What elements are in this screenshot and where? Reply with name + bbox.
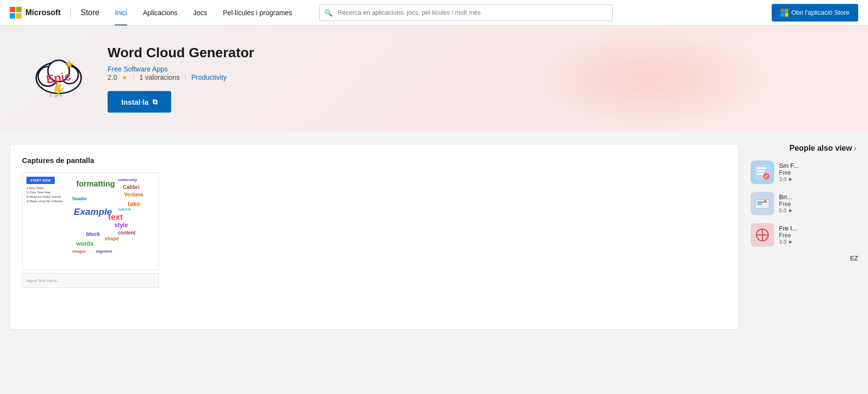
brand-name: Microsoft	[25, 8, 61, 17]
svg-point-7	[49, 94, 52, 97]
open-store-button[interactable]: Obri l'aplicació Store	[772, 4, 858, 22]
sidebar-app-rating-3: 3.0 ★	[779, 239, 858, 245]
sidebar-app-free-1: Free	[779, 169, 858, 176]
wc-word: content	[118, 230, 135, 236]
svg-text:✓: ✓	[764, 174, 768, 179]
rating-count: 1 valoracions	[139, 73, 180, 81]
app-icon-wrap: Epic	[29, 49, 88, 108]
sidebar-app-icon-svg-2	[754, 195, 771, 212]
wc-word: style	[114, 222, 128, 230]
sidebar-app-icon-svg-3	[754, 226, 771, 244]
wc-word: words	[76, 240, 93, 248]
people-also-view-header: People also view ›	[751, 144, 858, 153]
wc-word: natural	[118, 207, 131, 212]
microsoft-logo	[10, 7, 22, 19]
wc-word: shape	[105, 235, 119, 242]
wc-word: uniformity	[118, 178, 137, 183]
nav-links: Inici Aplicacions Jocs Pel·lícules i pro…	[107, 0, 300, 25]
sidebar: People also view › ✓ Sm F... Free 3.0 ★	[751, 144, 858, 270]
sidebar-app-name-4: EZ	[751, 255, 858, 262]
sidebar-app-item-3[interactable]: Fre I... Free 3.0 ★	[751, 223, 858, 247]
logo-separator	[70, 8, 71, 18]
app-title: Word Cloud Generator	[108, 45, 839, 61]
sidebar-app-icon-svg-1: ✓	[754, 163, 771, 181]
search-icon: 🔍	[324, 9, 333, 17]
search-input[interactable]	[319, 4, 613, 21]
sidebar-app-info-2: Bri... Free 5.0 ★	[779, 193, 858, 214]
start-now-btn-mock: START NOW	[26, 177, 55, 184]
sidebar-app-name-3: Fre I...	[779, 225, 858, 232]
svg-point-9	[59, 94, 62, 97]
svg-rect-19	[757, 204, 762, 205]
sidebar-app-item-4[interactable]: EZ	[751, 255, 858, 262]
sidebar-app-item-2[interactable]: Bri... Free 5.0 ★	[751, 192, 858, 215]
nav-inici[interactable]: Inici	[107, 0, 135, 25]
sidebar-app-free-3: Free	[779, 232, 858, 239]
hero-info: Word Cloud Generator Free Software Apps …	[108, 45, 839, 113]
wc-word: text	[108, 212, 123, 223]
sidebar-app-item-1[interactable]: ✓ Sm F... Free 3.0 ★	[751, 161, 858, 184]
wc-word: Verdana	[124, 191, 143, 198]
logo-area: Microsoft Store	[10, 7, 99, 19]
sidebar-app-icon-1: ✓	[751, 161, 774, 184]
app-category-link[interactable]: Productivity	[191, 73, 226, 81]
header: Microsoft Store Inici Aplicacions Jocs P…	[0, 0, 868, 25]
svg-rect-12	[757, 170, 764, 172]
sidebar-app-info-1: Sm F... Free 3.0 ★	[779, 162, 858, 183]
content-area: Captures de pantalla START NOW 3 Easy St…	[10, 144, 739, 330]
external-link-icon: ⧉	[153, 98, 157, 106]
search-bar: 🔍	[319, 4, 613, 21]
svg-point-8	[54, 95, 57, 98]
wc-word: Calibri	[123, 184, 139, 190]
people-also-view-title: People also view	[789, 144, 852, 153]
hero-meta: 2.0 ★ | 1 valoracions | Productivity	[108, 73, 839, 81]
wc-word: images	[72, 249, 86, 254]
sidebar-app-rating-1: 3.0 ★	[779, 176, 858, 183]
nav-pellicules[interactable]: Pel·lícules i programes	[215, 0, 300, 25]
word-cloud-preview: START NOW 3 Easy Steps: 1) Click 'Start …	[22, 173, 158, 270]
word-cloud-words: formatting uniformity Calibri Verdana Ex…	[71, 177, 155, 267]
open-store-label: Obri l'aplicació Store	[791, 9, 849, 16]
wc-word: alignment	[96, 249, 112, 254]
svg-rect-11	[757, 167, 766, 169]
screenshot-placeholder: Alguel Text Tasca...	[26, 278, 60, 283]
people-also-view-chevron[interactable]: ›	[854, 144, 856, 152]
rating-number: 2.0	[108, 73, 117, 81]
sidebar-app-info-4: EZ	[751, 255, 858, 262]
screenshot-text-input-mock: Alguel Text Tasca...	[22, 273, 159, 288]
rating-stars: ★	[122, 74, 128, 81]
sidebar-app-rating-2: 5.0 ★	[779, 208, 858, 214]
install-label: Instal·la	[121, 98, 149, 106]
app-icon: Epic	[29, 49, 88, 108]
app-publisher-link[interactable]: Free Software Apps	[108, 65, 168, 73]
screenshots-title: Captures de pantalla	[22, 156, 727, 164]
install-button[interactable]: Instal·la ⧉	[108, 91, 171, 113]
wc-word: Example	[74, 206, 112, 218]
main-content: Captures de pantalla START NOW 3 Easy St…	[0, 132, 868, 342]
sidebar-app-name-1: Sm F...	[779, 162, 858, 169]
sidebar-app-free-2: Free	[779, 201, 858, 208]
hero-banner: Epic Word Cloud Generator Free Software …	[0, 25, 868, 132]
wc-steps-text: 3 Easy Steps: 1) Click 'Start Now' 2) Re…	[26, 186, 70, 204]
nav-aplicacions[interactable]: Aplicacions	[135, 0, 185, 25]
wc-word: block	[86, 231, 100, 237]
sidebar-app-icon-3	[751, 223, 774, 247]
sidebar-app-icon-2	[751, 192, 774, 215]
store-btn-icon	[780, 9, 788, 17]
nav-jocs[interactable]: Jocs	[185, 0, 215, 25]
store-label: Store	[81, 8, 99, 17]
screenshot-container: START NOW 3 Easy Steps: 1) Click 'Start …	[22, 172, 159, 270]
sidebar-app-info-3: Fre I... Free 3.0 ★	[779, 225, 858, 245]
wc-word: header	[72, 196, 87, 202]
wc-word: formatting	[76, 179, 115, 189]
sidebar-app-name-2: Bri...	[779, 193, 858, 201]
svg-rect-18	[757, 202, 764, 203]
